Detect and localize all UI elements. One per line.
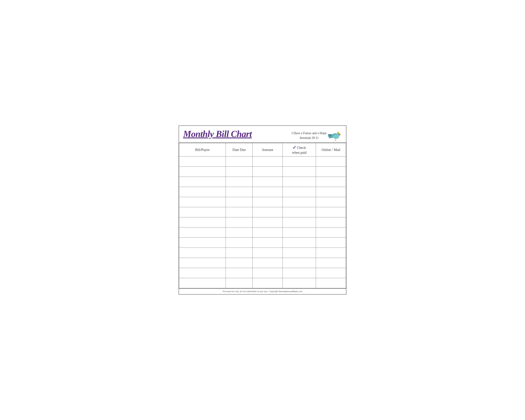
- col-header-online: Online / Mail: [316, 143, 346, 156]
- table-cell: [283, 156, 316, 167]
- table-cell: [226, 268, 253, 278]
- table-cell: [283, 187, 316, 197]
- svg-point-7: [338, 134, 339, 135]
- table-row: [179, 207, 346, 217]
- table-cell: [226, 197, 253, 207]
- table-cell: [283, 197, 316, 207]
- footer-text: Personal use only, do not redistribute i…: [223, 290, 302, 293]
- bird-container: I Have a Future and a Hope Jeremiah 29:1…: [292, 130, 342, 141]
- table-cell: [316, 268, 346, 278]
- table-cell: [253, 156, 283, 167]
- table-cell: [226, 167, 253, 177]
- table-row: [179, 177, 346, 187]
- checkmark-icon: ✓: [292, 145, 296, 150]
- table-cell: [179, 278, 226, 288]
- table-cell: [283, 237, 316, 248]
- col-header-date: Date Due: [226, 143, 253, 156]
- svg-marker-6: [340, 134, 341, 135]
- table-cell: [226, 237, 253, 248]
- table-cell: [316, 227, 346, 237]
- table-row: [179, 268, 346, 278]
- table-cell: [179, 227, 226, 237]
- table-cell: [253, 197, 283, 207]
- table-cell: [283, 268, 316, 278]
- bill-table: Bill/Payee Date Due Amount ✓ Check: [179, 143, 346, 288]
- table-cell: [253, 177, 283, 187]
- table-cell: [283, 227, 316, 237]
- table-row: [179, 156, 346, 167]
- table-row: [179, 248, 346, 258]
- table-row: [179, 197, 346, 207]
- table-header-row: Bill/Payee Date Due Amount ✓ Check: [179, 143, 346, 156]
- table-cell: [179, 258, 226, 268]
- table-cell: [316, 156, 346, 167]
- table-cell: [316, 177, 346, 187]
- table-cell: [316, 207, 346, 217]
- col-header-check: ✓ Check when paid: [283, 143, 316, 156]
- table-body: [179, 156, 346, 288]
- table-cell: [283, 177, 316, 187]
- table-row: [179, 217, 346, 227]
- header: Monthly Bill Chart I Have a Future and a…: [179, 126, 346, 143]
- footer: Personal use only, do not redistribute i…: [179, 288, 346, 294]
- page-container: Monthly Bill Chart I Have a Future and a…: [178, 125, 347, 294]
- table-cell: [316, 217, 346, 227]
- svg-line-10: [336, 139, 336, 140]
- table-cell: [316, 187, 346, 197]
- table-cell: [226, 207, 253, 217]
- table-cell: [179, 237, 226, 248]
- table-cell: [226, 248, 253, 258]
- table-cell: [179, 167, 226, 177]
- table-cell: [283, 278, 316, 288]
- table-cell: [283, 217, 316, 227]
- table-cell: [226, 156, 253, 167]
- table-row: [179, 167, 346, 177]
- header-right: I Have a Future and a Hope Jeremiah 29:1…: [292, 129, 342, 141]
- table-cell: [253, 248, 283, 258]
- table-cell: [316, 197, 346, 207]
- bill-table-wrapper: Bill/Payee Date Due Amount ✓ Check: [179, 143, 346, 288]
- table-cell: [316, 278, 346, 288]
- table-cell: [179, 217, 226, 227]
- subtitle-line2: Jeremiah 29:11: [292, 136, 327, 140]
- table-cell: [253, 237, 283, 248]
- svg-point-8: [339, 134, 339, 134]
- table-cell: [226, 187, 253, 197]
- title-block: Monthly Bill Chart: [183, 129, 252, 139]
- table-cell: [283, 258, 316, 268]
- col-header-bill: Bill/Payee: [179, 143, 226, 156]
- table-cell: [316, 237, 346, 248]
- svg-line-11: [335, 140, 336, 141]
- page-title: Monthly Bill Chart: [183, 129, 252, 139]
- table-cell: [283, 167, 316, 177]
- table-cell: [316, 258, 346, 268]
- table-cell: [226, 217, 253, 227]
- table-cell: [253, 278, 283, 288]
- table-cell: [253, 258, 283, 268]
- table-row: [179, 237, 346, 248]
- table-cell: [226, 258, 253, 268]
- table-cell: [253, 268, 283, 278]
- table-row: [179, 227, 346, 237]
- table-row: [179, 258, 346, 268]
- table-cell: [283, 248, 316, 258]
- table-cell: [253, 187, 283, 197]
- table-cell: [226, 227, 253, 237]
- table-cell: [253, 207, 283, 217]
- table-cell: [253, 167, 283, 177]
- table-cell: [226, 278, 253, 288]
- table-cell: [253, 217, 283, 227]
- table-cell: [253, 227, 283, 237]
- table-cell: [179, 248, 226, 258]
- table-cell: [316, 167, 346, 177]
- table-cell: [226, 177, 253, 187]
- svg-line-12: [336, 140, 336, 141]
- table-cell: [179, 187, 226, 197]
- col-header-amount: Amount: [253, 143, 283, 156]
- table-cell: [179, 156, 226, 167]
- bird-icon: [328, 130, 342, 141]
- table-cell: [179, 177, 226, 187]
- table-cell: [179, 197, 226, 207]
- table-row: [179, 278, 346, 288]
- table-cell: [179, 268, 226, 278]
